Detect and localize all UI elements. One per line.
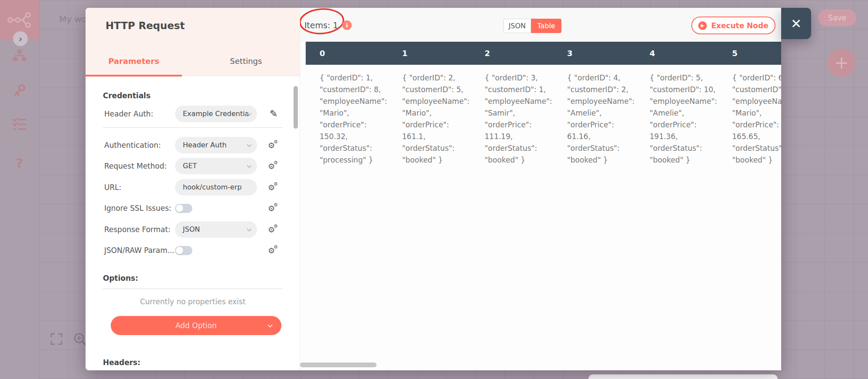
chevron-down-icon — [247, 142, 251, 147]
node-title: HTTP Request — [106, 20, 185, 31]
table-row: { "orderID": 1,"customerID": 8,"employee… — [306, 65, 781, 178]
chevron-down-icon — [247, 226, 251, 231]
response-format-select[interactable]: JSON — [175, 221, 257, 238]
add-option-button[interactable]: Add Option — [111, 316, 281, 335]
column-header: 4 — [636, 42, 718, 65]
credential-select[interactable]: Example Credentia — [175, 106, 257, 122]
headers-heading: Headers: — [103, 358, 140, 367]
view-table-button[interactable]: Table — [531, 19, 561, 33]
field-request-method: Request Method: GET ⚙⚙ — [86, 158, 300, 174]
close-modal-button[interactable]: ✕ — [781, 8, 811, 39]
column-header: 5 — [718, 42, 781, 65]
divider — [103, 127, 283, 128]
app-screen: My wo Save + › — [0, 0, 868, 379]
table-cell: { "orderID": 2,"customerID": 5,"employee… — [388, 72, 471, 166]
field-url: URL: hook/custom-erp ⚙⚙ — [86, 179, 300, 196]
tab-settings[interactable]: Settings — [192, 57, 300, 66]
column-header: 1 — [388, 42, 471, 65]
results-panel: Items: 1 i JSON Table ▶ Execute Node 0 1… — [300, 8, 781, 370]
table-cell: { "orderID": 3,"customerID": 1,"employee… — [471, 72, 553, 166]
modal-header: HTTP Request Parameters Settings — [86, 8, 300, 76]
items-count: Items: 1 — [304, 20, 338, 30]
ignore-ssl-toggle[interactable] — [175, 204, 192, 213]
field-response-format: Response Format: JSON ⚙⚙ — [86, 221, 300, 238]
question-mark-icon: ? — [16, 156, 23, 171]
workflow-title: My wo — [59, 14, 87, 24]
view-json-button[interactable]: JSON — [503, 19, 531, 33]
table-cell: { "orderID": 5,"customerID": 10,"employe… — [636, 72, 718, 166]
request-method-select[interactable]: GET — [175, 158, 257, 174]
edit-credential-icon[interactable]: ✎ — [270, 108, 277, 119]
settings-cogs-icon[interactable]: ⚙⚙ — [268, 225, 279, 236]
settings-cogs-icon[interactable]: ⚙⚙ — [268, 183, 279, 193]
settings-cogs-icon[interactable]: ⚙⚙ — [268, 246, 279, 256]
column-header: 0 — [306, 42, 388, 65]
horizontal-scrollbar[interactable] — [300, 362, 376, 367]
close-icon: ✕ — [791, 16, 802, 31]
sidebar-expand-button[interactable]: › — [13, 31, 28, 46]
add-node-button[interactable]: + — [828, 49, 855, 76]
credentials-heading: Credentials — [103, 91, 151, 100]
column-header: 2 — [471, 42, 553, 65]
play-icon: ▶ — [698, 21, 707, 30]
chevron-right-icon: › — [18, 33, 22, 44]
save-button[interactable]: Save — [818, 10, 856, 26]
json-raw-toggle[interactable] — [175, 246, 192, 255]
sidebar-item-executions[interactable] — [0, 117, 39, 131]
checklist-icon — [13, 117, 26, 131]
sidebar-item-help[interactable]: ? — [0, 156, 39, 171]
node-detail-modal: HTTP Request Parameters Settings Credent… — [86, 8, 781, 370]
results-table-header: 0 1 2 3 4 5 — [306, 42, 781, 65]
fullscreen-icon[interactable] — [50, 333, 63, 345]
table-cell: { "orderID": 4,"customerID": 2,"employee… — [553, 72, 636, 166]
divider — [103, 289, 283, 289]
sitemap-icon — [13, 50, 26, 62]
credential-row: Header Auth: Example Credentia ✎ — [86, 106, 300, 122]
field-ignore-ssl: Ignore SSL Issues: ⚙⚙ — [86, 200, 300, 216]
table-cell: { "orderID": 6,"customerID""employeeNa"M… — [718, 72, 781, 166]
bottom-popup — [588, 374, 778, 379]
sidebar-item-credentials[interactable] — [0, 83, 39, 96]
tab-parameters[interactable]: Parameters — [86, 57, 182, 66]
parameters-panel: HTTP Request Parameters Settings Credent… — [86, 8, 300, 370]
options-empty-text: Currently no properties exist — [103, 297, 283, 306]
chevron-down-icon — [267, 322, 272, 327]
field-json-raw-parameters: JSON/RAW Param... ⚙⚙ — [86, 242, 300, 259]
column-header: 3 — [553, 42, 636, 65]
n8n-logo-icon — [7, 11, 32, 29]
authentication-select[interactable]: Header Auth — [175, 137, 257, 153]
settings-cogs-icon[interactable]: ⚙⚙ — [268, 204, 279, 214]
view-toggle: JSON Table — [503, 19, 561, 33]
info-icon[interactable]: i — [342, 20, 352, 30]
active-tab-underline — [86, 75, 182, 76]
settings-cogs-icon[interactable]: ⚙⚙ — [268, 141, 279, 151]
credential-label: Header Auth: — [104, 106, 153, 122]
results-header: Items: 1 i JSON Table ▶ Execute Node — [300, 8, 781, 42]
chevron-down-icon — [247, 163, 251, 168]
field-authentication: Authentication: Header Auth ⚙⚙ — [86, 137, 300, 153]
execute-node-button[interactable]: ▶ Execute Node — [691, 17, 776, 34]
url-input[interactable]: hook/custom-erp — [175, 179, 257, 196]
table-cell: { "orderID": 1,"customerID": 8,"employee… — [306, 72, 388, 166]
sidebar-item-workflows[interactable] — [0, 50, 39, 62]
sidebar: › — [0, 0, 39, 379]
vertical-scrollbar[interactable] — [294, 86, 298, 129]
key-icon — [13, 83, 26, 96]
settings-cogs-icon[interactable]: ⚙⚙ — [268, 162, 279, 172]
options-heading: Options: — [103, 274, 138, 283]
